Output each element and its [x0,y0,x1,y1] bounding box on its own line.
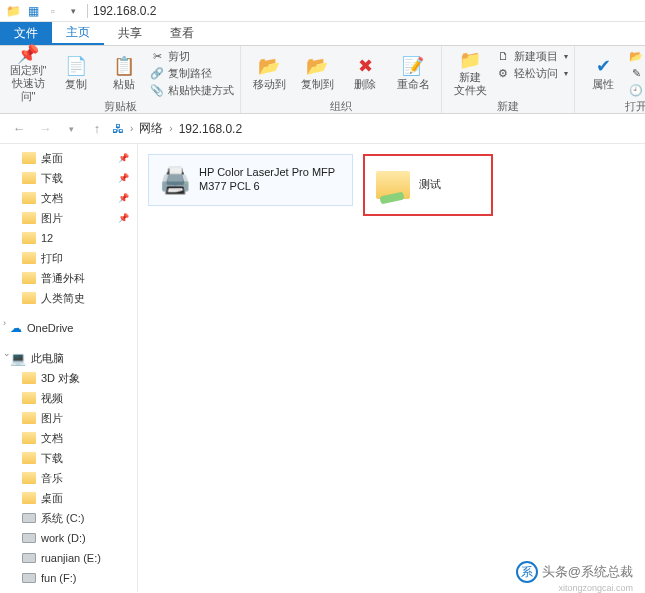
open-group-label: 打开 [581,99,645,114]
sidebar-item-3dobjects[interactable]: 3D 对象 [0,368,137,388]
network-printer-item[interactable]: 🖨️ HP Color LaserJet Pro MFP M377 PCL 6 [148,154,353,206]
folder-icon [22,152,36,164]
sidebar-item-drive-c[interactable]: 系统 (C:) [0,508,137,528]
nav-forward-button[interactable]: → [34,118,56,140]
chevron-down-icon[interactable]: ⌄ [3,348,11,358]
properties-button[interactable]: ✔属性 [581,48,625,98]
sidebar-item-this-pc[interactable]: 💻此电脑 [0,348,137,368]
sidebar-item-pictures[interactable]: 图片📌 [0,208,137,228]
tab-home[interactable]: 主页 [52,22,104,45]
open-icon: 📂 [629,50,643,63]
shared-folder-icon [375,167,411,203]
paste-button[interactable]: 📋 粘贴 [102,48,146,98]
copy-icon: 📄 [65,56,87,78]
sidebar-item-downloads2[interactable]: 下载 [0,448,137,468]
pin-icon: 📌 [118,153,129,163]
folder-icon [22,172,36,184]
sidebar-item-sapiens[interactable]: 人类简史 [0,288,137,308]
paste-shortcut-button[interactable]: 📎粘贴快捷方式 [150,82,234,98]
nav-up-button[interactable]: ↑ [86,118,108,140]
window-title: 192.168.0.2 [93,4,156,18]
sidebar-item-music[interactable]: 音乐 [0,468,137,488]
folder-icon [22,272,36,284]
tab-view[interactable]: 查看 [156,22,208,45]
qat-dropdown-icon[interactable]: ▾ [64,2,82,20]
breadcrumb[interactable]: 🖧 › 网络 › 192.168.0.2 [112,120,637,137]
drive-icon [22,553,36,563]
sidebar-item-desktop[interactable]: 桌面📌 [0,148,137,168]
copy-to-button[interactable]: 📂复制到 [295,48,339,98]
nav-recent-dropdown[interactable]: ▾ [60,118,82,140]
history-button[interactable]: 🕘历史记录 [629,82,645,98]
pin-icon: 📌 [118,193,129,203]
copyto-icon: 📂 [306,56,328,78]
nav-back-button[interactable]: ← [8,118,30,140]
folder-icon [22,252,36,264]
edit-button[interactable]: ✎编辑 [629,65,645,81]
onedrive-icon: ☁ [10,321,22,335]
content-pane[interactable]: 🖨️ HP Color LaserJet Pro MFP M377 PCL 6 … [138,144,645,592]
sidebar-item-print[interactable]: 打印 [0,248,137,268]
clipboard-group-label: 剪贴板 [6,99,234,114]
title-separator [87,4,88,18]
new-item-button[interactable]: 🗋新建项目▾ [496,48,568,64]
tab-file[interactable]: 文件 [0,22,52,45]
group-clipboard: 📌 固定到" 快速访问" 📄 复制 📋 粘贴 ✂剪切 🔗复制路径 📎粘贴快捷方式… [0,46,241,113]
sidebar-item-videos[interactable]: 视频 [0,388,137,408]
sidebar-item-general-surgery[interactable]: 普通外科 [0,268,137,288]
chevron-right-icon[interactable]: › [3,318,6,328]
cut-button[interactable]: ✂剪切 [150,48,234,64]
shared-folder-item[interactable]: 测试 [363,154,493,216]
sidebar-item-drive-e[interactable]: ruanjian (E:) [0,548,137,568]
rename-button[interactable]: 📝重命名 [391,48,435,98]
drive-icon [22,573,36,583]
new-folder-qat-icon[interactable]: ▫ [44,2,62,20]
delete-button[interactable]: ✖删除 [343,48,387,98]
folder-icon [22,232,36,244]
quick-access-toolbar: 📁 ▦ ▫ ▾ [4,2,82,20]
pin-to-quick-access-button[interactable]: 📌 固定到" 快速访问" [6,48,50,98]
sidebar-item-downloads[interactable]: 下载📌 [0,168,137,188]
folder-icon [22,192,36,204]
pin-icon: 📌 [118,213,129,223]
group-open: ✔属性 📂打开▾ ✎编辑 🕘历史记录 打开 [575,46,645,113]
new-folder-button[interactable]: 📁 新建 文件夹 [448,48,492,98]
sidebar-item-onedrive[interactable]: ☁OneDrive [0,318,137,338]
properties-qat-icon[interactable]: ▦ [24,2,42,20]
sidebar-item-drive-d[interactable]: work (D:) [0,528,137,548]
tab-share[interactable]: 共享 [104,22,156,45]
breadcrumb-host[interactable]: 192.168.0.2 [179,122,242,136]
pin-icon: 📌 [17,44,39,65]
move-to-button[interactable]: 📂移动到 [247,48,291,98]
sidebar-item-desktop2[interactable]: 桌面 [0,488,137,508]
folder-icon [22,372,36,384]
properties-icon: ✔ [596,56,611,78]
copypath-icon: 🔗 [150,67,164,80]
breadcrumb-chevron-icon: › [169,123,172,134]
watermark: 系 头条@系统总裁 xitongzongcai.com [516,561,633,583]
address-bar: ← → ▾ ↑ 🖧 › 网络 › 192.168.0.2 [0,114,645,144]
copy-button[interactable]: 📄 复制 [54,48,98,98]
sidebar-item-12[interactable]: 12 [0,228,137,248]
sidebar-item-pictures2[interactable]: 图片 [0,408,137,428]
paste-label: 粘贴 [113,78,135,91]
breadcrumb-network[interactable]: 网络 [139,120,163,137]
open-button[interactable]: 📂打开▾ [629,48,645,64]
breadcrumb-chevron-icon: › [130,123,133,134]
folder-icon [22,392,36,404]
ribbon: 📌 固定到" 快速访问" 📄 复制 📋 粘贴 ✂剪切 🔗复制路径 📎粘贴快捷方式… [0,46,645,114]
easyaccess-icon: ⚙ [496,67,510,80]
sidebar-item-drive-f[interactable]: fun (F:) [0,568,137,588]
navigation-pane[interactable]: 桌面📌 下载📌 文档📌 图片📌 12 打印 普通外科 人类简史 › ☁OneDr… [0,144,138,592]
sidebar-item-documents2[interactable]: 文档 [0,428,137,448]
folder-icon [22,292,36,304]
folder-qat-icon[interactable]: 📁 [4,2,22,20]
folder-icon [22,492,36,504]
drive-icon [22,533,36,543]
easy-access-button[interactable]: ⚙轻松访问▾ [496,65,568,81]
ribbon-tabs: 文件 主页 共享 查看 [0,22,645,46]
sidebar-item-documents[interactable]: 文档📌 [0,188,137,208]
title-bar: 📁 ▦ ▫ ▾ 192.168.0.2 [0,0,645,22]
copy-path-button[interactable]: 🔗复制路径 [150,65,234,81]
new-group-label: 新建 [448,99,568,114]
